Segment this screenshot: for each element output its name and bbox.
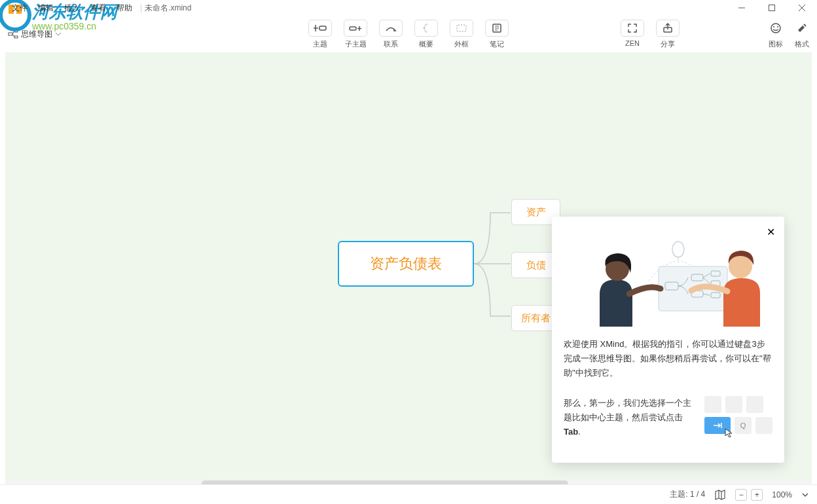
svg-point-27 <box>773 26 774 27</box>
relation-icon <box>384 24 397 33</box>
menu-edit[interactable]: 编辑 <box>33 3 59 14</box>
chevron-down-icon <box>55 31 62 37</box>
summary-icon <box>421 23 431 33</box>
boundary-icon <box>456 24 467 33</box>
menubar: 文件 编辑 插入 查看 帮助 | 未命名.xmind <box>0 0 817 16</box>
share-button[interactable]: 分享 <box>656 20 680 49</box>
topic-count-label: 主题: 1 / 4 <box>670 489 705 500</box>
central-topic[interactable]: 资产负债表 <box>338 241 474 287</box>
format-icon <box>796 22 808 34</box>
topic-button[interactable]: 主题 <box>308 20 332 49</box>
summary-button[interactable]: 概要 <box>414 20 438 49</box>
zoom-controls: − + <box>735 489 763 501</box>
cursor-icon <box>724 427 735 438</box>
menu-file[interactable]: 文件 <box>7 3 33 14</box>
svg-point-26 <box>771 24 780 33</box>
menu-insert[interactable]: 插入 <box>59 3 85 14</box>
zoom-level: 100% <box>772 490 792 499</box>
svg-rect-20 <box>457 25 466 31</box>
notes-icon <box>492 23 502 33</box>
tutorial-key-hint: Q <box>704 396 772 439</box>
boundary-button[interactable]: 外框 <box>450 20 473 49</box>
tutorial-step-text: 那么，第一步，我们先选择一个主题比如中心主题，然后尝试点击 Tab. <box>564 396 697 439</box>
svg-rect-17 <box>350 27 356 30</box>
smiley-icon <box>770 22 782 34</box>
svg-rect-14 <box>319 26 326 30</box>
format-button[interactable]: 格式 <box>795 20 809 49</box>
window-minimize-button[interactable] <box>727 0 757 16</box>
notes-button[interactable]: 笔记 <box>485 20 509 49</box>
icon-button[interactable]: 图标 <box>769 20 783 49</box>
menu-view[interactable]: 查看 <box>85 3 111 14</box>
statusbar: 主题: 1 / 4 − + 100% <box>0 484 817 504</box>
topic-icon <box>314 24 327 33</box>
svg-rect-6 <box>769 5 775 11</box>
svg-point-28 <box>777 26 778 27</box>
mindmap-icon <box>8 29 18 39</box>
tab-key-icon <box>704 417 731 434</box>
subtopic-button[interactable]: 子主题 <box>344 20 367 49</box>
svg-rect-9 <box>9 33 12 35</box>
zoom-in-button[interactable]: + <box>751 489 763 501</box>
tutorial-illustration <box>564 228 772 327</box>
menu-help[interactable]: 帮助 <box>111 3 137 14</box>
mindmap-tab[interactable]: 思维导图 <box>8 29 64 40</box>
zen-button[interactable]: ZEN <box>621 20 644 49</box>
svg-rect-10 <box>14 30 18 32</box>
filename-label: 未命名.xmind <box>145 3 191 14</box>
chevron-down-icon[interactable] <box>801 491 809 499</box>
map-icon[interactable] <box>714 489 726 501</box>
subtopic-icon <box>349 24 362 33</box>
window-close-button[interactable] <box>787 0 817 16</box>
tutorial-welcome-text: 欢迎使用 XMind。根据我的指引，你可以通过键盘3步完成一张思维导图。如果你想… <box>564 337 772 380</box>
window-maximize-button[interactable] <box>757 0 787 16</box>
zoom-out-button[interactable]: − <box>735 489 747 501</box>
tutorial-panel: ✕ 欢迎使用 XMind。根据我的指引，你可以通过键盘3步完成一张思维导图。如果… <box>552 217 784 463</box>
share-icon <box>663 23 673 33</box>
svg-point-29 <box>672 242 684 257</box>
svg-rect-11 <box>14 36 18 38</box>
zen-icon <box>627 23 638 33</box>
relation-button[interactable]: 联系 <box>379 20 403 49</box>
toolbar: 思维导图 主题 子主题 联系 概要 外框 笔记 ZEN 分享 图标 格式 <box>0 16 817 52</box>
